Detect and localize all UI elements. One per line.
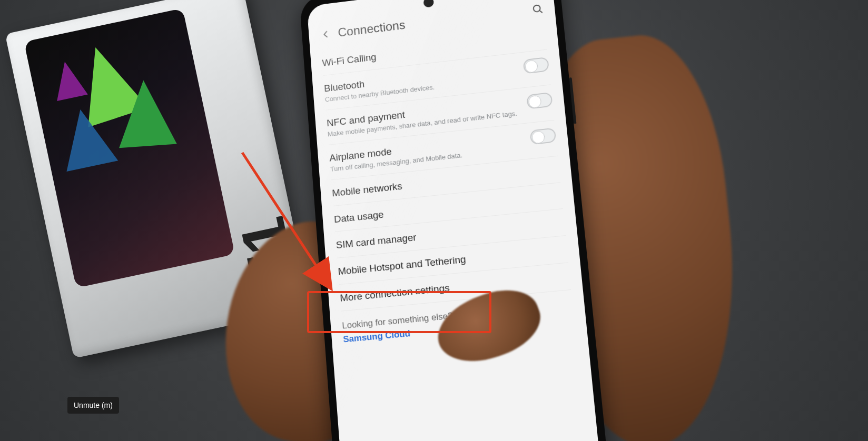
photo-background: M51 35.4: [0, 0, 868, 441]
back-icon[interactable]: [320, 28, 331, 41]
nfc-toggle[interactable]: [526, 92, 553, 109]
airplane-toggle[interactable]: [530, 127, 557, 145]
phone-screen: 35.4 Connections: [307, 0, 600, 441]
search-icon[interactable]: [531, 3, 544, 15]
box-art-triangle: [114, 78, 176, 148]
svg-line-1: [539, 10, 542, 13]
bluetooth-toggle[interactable]: [523, 57, 549, 74]
phone-device: 35.4 Connections: [299, 0, 609, 441]
settings-list: Wi-Fi Calling Bluetooth Connect to nearb…: [321, 22, 574, 345]
unmute-tooltip: Unmute (m): [67, 397, 119, 414]
